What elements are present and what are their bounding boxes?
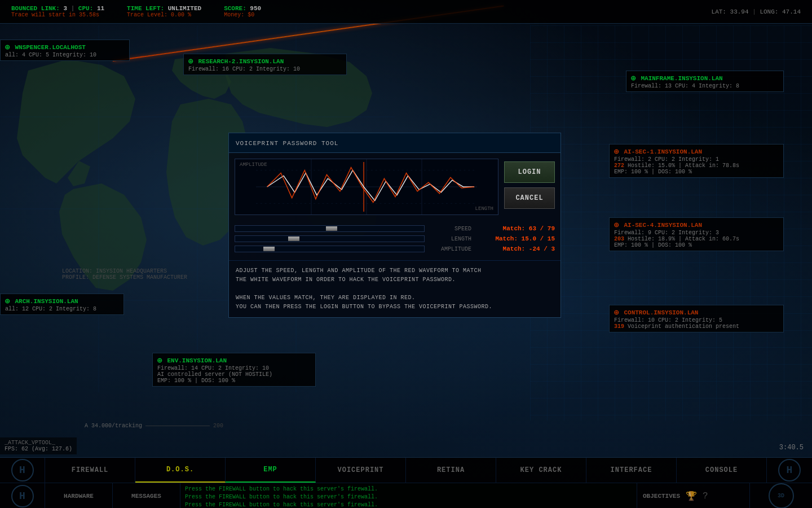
waveform-length-label: Length (475, 206, 493, 212)
speed-slider-row: Speed Match: 63 / 79 (235, 225, 555, 232)
modal-main-content: Amplitude Length Login Can (229, 153, 561, 221)
cancel-button[interactable]: Cancel (504, 187, 555, 209)
modal-title-bar: Voiceprint Password Tool (229, 133, 561, 153)
amplitude-slider-track[interactable] (235, 246, 425, 252)
instruction-line-4: When the values match, they are displaye… (236, 294, 554, 303)
speed-match-value: Match: 63 / 79 (476, 225, 555, 232)
speed-slider-handle[interactable] (326, 226, 337, 231)
speed-slider-track[interactable] (235, 225, 425, 232)
length-slider-handle[interactable] (288, 237, 299, 241)
amplitude-match-value: Match: -24 / 3 (476, 246, 555, 252)
sliders-section: Speed Match: 63 / 79 Length Match: 15.0 … (229, 221, 561, 260)
waveform-display: Amplitude Length (235, 159, 498, 215)
length-slider-row: Length Match: 15.0 / 15 (235, 235, 555, 242)
amplitude-slider-label: Amplitude (429, 246, 471, 252)
amplitude-slider-handle[interactable] (263, 247, 275, 251)
instructions-section: Adjust the speed, length and amplitude o… (229, 260, 561, 317)
waveform-amplitude-label: Amplitude (240, 162, 267, 168)
modal-title: Voiceprint Password Tool (236, 140, 338, 147)
length-slider-track[interactable] (235, 235, 425, 242)
length-slider-label: Length (429, 236, 471, 242)
length-match-value: Match: 15.0 / 15 (476, 235, 555, 242)
instruction-line-5: You can then press the login button to b… (236, 303, 554, 312)
instruction-line-3 (236, 284, 554, 294)
speed-slider-label: Speed (429, 226, 471, 232)
amplitude-slider-row: Amplitude Match: -24 / 3 (235, 246, 555, 252)
modal-button-group: Login Cancel (504, 159, 555, 215)
voiceprint-modal: Voiceprint Password Tool Amplitude Lengt… (228, 133, 561, 318)
waveform-svg (235, 159, 498, 214)
instruction-line-2: the white waveform in order to hack the … (236, 275, 554, 284)
instruction-line-1: Adjust the speed, length and amplitude o… (236, 266, 554, 275)
login-button[interactable]: Login (504, 161, 555, 183)
